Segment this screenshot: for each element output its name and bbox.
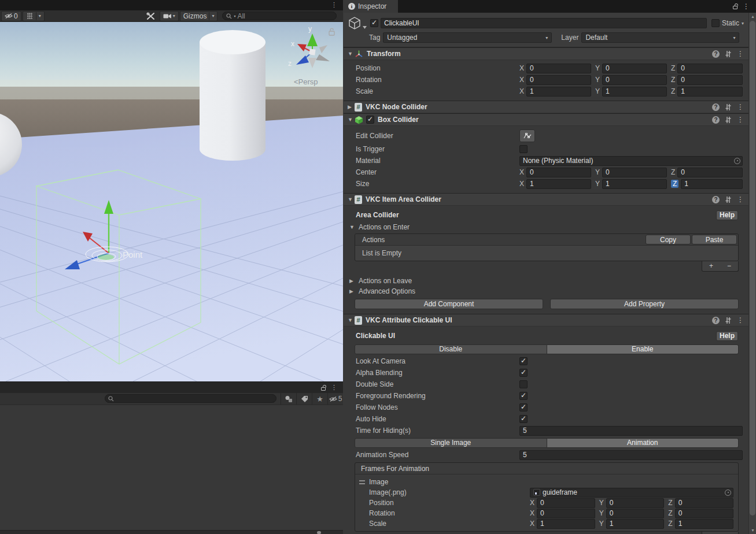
- presets-icon[interactable]: [725, 317, 732, 324]
- help-button[interactable]: Help: [716, 210, 738, 220]
- chevron-down-icon[interactable]: ▾: [212, 13, 214, 18]
- vkc-node-collider-header[interactable]: ▶ # VKC Node Collider ? ⋮: [344, 101, 748, 113]
- scene-menu-icon[interactable]: ⋮: [331, 1, 337, 9]
- alpha-blending-checkbox[interactable]: [519, 369, 528, 377]
- scene-tools-button[interactable]: [143, 11, 158, 21]
- frame-scale-y-field[interactable]: 1: [606, 519, 665, 529]
- actions-on-leave-foldout[interactable]: ▶ Actions on Leave: [344, 276, 748, 286]
- chevron-down-icon[interactable]: ▾: [39, 13, 41, 18]
- frame-rotation-z-field[interactable]: 0: [675, 509, 733, 518]
- help-icon[interactable]: ?: [712, 196, 720, 203]
- size-z-field[interactable]: 1: [681, 179, 743, 189]
- axis-z-label[interactable]: Z: [671, 76, 675, 84]
- axis-z-label[interactable]: Z: [671, 180, 678, 188]
- foldout-open-icon[interactable]: ▼: [348, 117, 355, 123]
- center-z-field[interactable]: 0: [677, 168, 743, 177]
- size-y-field[interactable]: 1: [602, 179, 667, 189]
- frame-rotation-x-field[interactable]: 0: [537, 509, 595, 518]
- animation-speed-field[interactable]: 5: [519, 450, 743, 460]
- look-at-camera-checkbox[interactable]: [519, 357, 528, 365]
- axis-y-label[interactable]: Y: [595, 76, 600, 84]
- advanced-options-foldout[interactable]: ▶ Advanced Options: [344, 286, 748, 296]
- kebab-menu-icon[interactable]: ⋮: [737, 316, 744, 324]
- help-icon[interactable]: ?: [712, 317, 720, 324]
- auto-hide-checkbox[interactable]: [519, 415, 528, 423]
- chevron-down-icon[interactable]: ▾: [234, 14, 235, 18]
- active-checkbox[interactable]: [370, 19, 378, 27]
- kebab-menu-icon[interactable]: ⋮: [737, 195, 744, 203]
- project-menu-icon[interactable]: ⋮: [331, 384, 337, 391]
- axis-z-label[interactable]: Z: [671, 64, 675, 72]
- frame-scale-x-field[interactable]: 1: [537, 519, 595, 529]
- kebab-menu-icon[interactable]: ⋮: [737, 116, 744, 124]
- scroll-up-icon[interactable]: ▲: [749, 14, 756, 18]
- rotation-z-field[interactable]: 0: [677, 75, 743, 85]
- size-x-field[interactable]: 1: [526, 179, 591, 189]
- enable-button[interactable]: Enable: [547, 344, 739, 354]
- scroll-down-icon[interactable]: ▼: [749, 528, 756, 532]
- vkc-attribute-clickable-ui-header[interactable]: ▼ # VKC Attribute Clickable UI ? ⋮: [344, 314, 748, 327]
- project-content[interactable]: [0, 405, 343, 530]
- axis-x-label[interactable]: X: [519, 180, 524, 188]
- position-z-field[interactable]: 0: [677, 64, 743, 73]
- time-for-hiding-field[interactable]: 5: [519, 426, 743, 436]
- scene-camera-button[interactable]: ▾: [160, 11, 179, 21]
- axis-y-label[interactable]: Y: [599, 520, 604, 528]
- foldout-closed-icon[interactable]: ▶: [348, 104, 355, 110]
- favorites-button[interactable]: ★: [312, 393, 327, 405]
- frame-position-y-field[interactable]: 0: [606, 498, 665, 508]
- edit-collider-button[interactable]: [519, 129, 535, 142]
- hidden-count-button[interactable]: 5: [327, 393, 343, 405]
- axis-x-label[interactable]: X: [519, 64, 524, 72]
- cylinder-object[interactable]: [200, 30, 265, 161]
- grid-visibility-button[interactable]: ▾: [23, 11, 45, 21]
- filter-by-label-button[interactable]: [296, 393, 312, 405]
- kebab-menu-icon[interactable]: ⋮: [737, 103, 744, 111]
- scene-viewport[interactable]: Point y x z <Persp: [0, 22, 343, 381]
- axis-z-label[interactable]: Z: [671, 168, 675, 176]
- tag-dropdown[interactable]: Untagged ▾: [383, 32, 552, 43]
- frame-position-x-field[interactable]: 0: [537, 498, 595, 508]
- axis-y-label[interactable]: Y: [599, 509, 604, 517]
- object-picker-icon[interactable]: [734, 158, 740, 164]
- axis-x-label[interactable]: X: [530, 520, 534, 528]
- frame-image-object-field[interactable]: guideframe: [530, 488, 733, 498]
- axis-y-label[interactable]: Y: [599, 499, 604, 507]
- chevron-down-icon[interactable]: ▾: [173, 13, 175, 18]
- position-x-field[interactable]: 0: [526, 64, 591, 73]
- axis-y-label[interactable]: Y: [595, 168, 600, 176]
- object-picker-icon[interactable]: [725, 490, 731, 496]
- paste-button[interactable]: Paste: [692, 235, 737, 244]
- persp-label[interactable]: <Persp: [294, 77, 318, 86]
- axis-z-label[interactable]: Z: [668, 499, 672, 507]
- actions-on-enter-foldout[interactable]: ▼ Actions on Enter: [344, 222, 748, 232]
- drag-handle-icon[interactable]: [359, 480, 365, 484]
- rotation-y-field[interactable]: 0: [602, 75, 667, 85]
- axis-x-label[interactable]: X: [530, 509, 534, 517]
- static-checkbox[interactable]: [711, 19, 720, 27]
- axis-z-label[interactable]: Z: [668, 509, 672, 517]
- frame-scale-z-field[interactable]: 1: [675, 519, 733, 529]
- copy-button[interactable]: Copy: [646, 235, 691, 244]
- foldout-open-icon[interactable]: ▼: [348, 51, 355, 57]
- vkc-item-area-collider-header[interactable]: ▼ # VKC Item Area Collider ? ⋮: [344, 193, 748, 206]
- frame-rotation-y-field[interactable]: 0: [606, 509, 665, 518]
- presets-icon[interactable]: [725, 50, 732, 58]
- static-dropdown-icon[interactable]: ▾: [742, 21, 744, 26]
- scene-search-input[interactable]: ▾ All: [222, 12, 337, 20]
- center-x-field[interactable]: 0: [526, 168, 591, 177]
- remove-frame-button[interactable]: −: [720, 532, 738, 534]
- is-trigger-checkbox[interactable]: [519, 145, 528, 153]
- presets-icon[interactable]: [725, 116, 732, 124]
- presets-icon[interactable]: [725, 196, 732, 203]
- transform-header[interactable]: ▼ Transform ? ⋮: [344, 47, 748, 60]
- add-frame-button[interactable]: +: [702, 532, 720, 534]
- axis-z-label[interactable]: Z: [671, 87, 675, 95]
- unlock-icon[interactable]: [321, 385, 327, 391]
- help-icon[interactable]: ?: [712, 103, 720, 111]
- component-enabled-checkbox[interactable]: [366, 116, 374, 124]
- add-item-button[interactable]: +: [702, 261, 720, 271]
- help-icon[interactable]: ?: [712, 116, 720, 124]
- inspector-menu-icon[interactable]: ⋮: [743, 2, 750, 10]
- frame-position-z-field[interactable]: 0: [675, 498, 733, 508]
